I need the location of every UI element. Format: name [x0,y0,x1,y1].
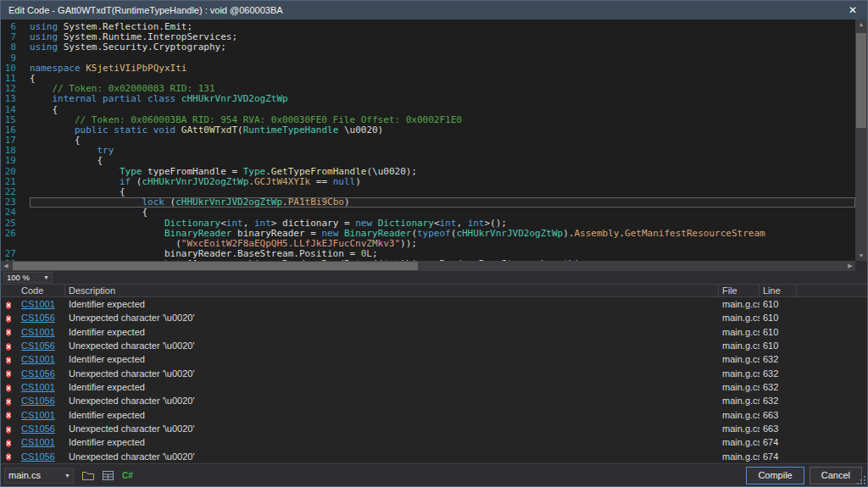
error-code-link[interactable]: CS1056 [21,423,65,434]
line-number: 19 [1,156,30,166]
bottom-toolbar: main.cs ▼ C# Compile Cancel [1,463,867,486]
chevron-down-icon: ▼ [62,473,73,479]
error-description: Unexpected character '\u0020' [65,451,719,462]
error-code-link[interactable]: CS1056 [21,368,65,379]
line-number: 13 [1,94,30,104]
zoom-level-value: 100 % [7,273,43,282]
error-circle-icon: ✕ [6,440,11,447]
title-bar[interactable]: Edit Code - GAtt0WTxdT(RuntimeTypeHandle… [1,1,867,19]
editor-horizontal-scrollbar[interactable]: ◀ ▶ [1,261,867,271]
error-circle-icon: ✕ [6,302,11,309]
column-header-description[interactable]: Description [65,285,719,296]
code-line: 21if (cHHUkrVnrJVD2ogZtWp.GCJtW4XYIk == … [1,177,855,187]
code-line-text: using System.Security.Cryptography; [30,42,855,53]
error-circle-icon: ✕ [6,453,11,461]
column-header-code[interactable]: Code [1,285,65,296]
error-row[interactable]: ✕CS1001Identifier expectedmain.g.cs663 [1,408,867,422]
error-line: 610 [760,313,797,323]
error-row[interactable]: ✕CS1056Unexpected character '\u0020'main… [1,450,867,463]
error-row[interactable]: ✕CS1001Identifier expectedmain.g.cs610 [1,297,867,311]
code-line: 23lock (cHHUkrVnrJVD2ogZtWp.PA1tBi9Cbo) [1,197,855,208]
code-line-text: namespace K5jetiVIiPbPQyxIti [30,64,855,74]
error-code-link[interactable]: CS1001 [21,299,65,309]
file-selector-value: main.cs [5,470,62,480]
error-code-link[interactable]: CS1001 [21,354,65,364]
error-code-link[interactable]: CS1056 [21,451,65,462]
scroll-left-icon[interactable]: ◀ [1,261,11,271]
close-icon[interactable]: ✕ [843,2,862,19]
zoom-level-dropdown[interactable]: 100 % ▼ [3,272,53,283]
line-number: 24 [1,208,30,218]
line-number: 20 [1,167,30,177]
error-code-link[interactable]: CS1001 [21,410,65,420]
error-row[interactable]: ✕CS1001Identifier expectedmain.g.cs632 [1,380,867,394]
error-file: main.g.cs [719,382,760,392]
cancel-button[interactable]: Cancel [810,467,862,484]
editor-vertical-scrollbar[interactable]: ▲ ▼ [855,19,867,261]
error-line: 610 [760,327,797,337]
error-row[interactable]: ✕CS1056Unexpected character '\u0020'main… [1,367,867,380]
csharp-file-icon[interactable]: C# [122,468,133,484]
error-row[interactable]: ✕CS1001Identifier expectedmain.g.cs674 [1,435,867,449]
error-description: Identifier expected [65,382,719,392]
code-line-text: BinaryReader binaryReader = new BinaryRe… [30,229,855,239]
error-description: Identifier expected [65,354,719,364]
horizontal-scroll-thumb[interactable] [13,262,418,270]
open-folder-icon[interactable] [82,468,94,484]
error-line: 632 [760,368,797,379]
code-line: 26BinaryReader binaryReader = new Binary… [1,229,855,239]
error-line: 610 [760,299,797,309]
code-line-text: lock (cHHUkrVnrJVD2ogZtWp.PA1tBi9Cbo) [30,197,855,208]
line-number: 26 [1,229,30,239]
error-file: main.g.cs [719,327,760,337]
error-line: 632 [760,382,797,392]
error-description: Unexpected character '\u0020' [65,396,719,406]
error-row[interactable]: ✕CS1056Unexpected character '\u0020'main… [1,311,867,324]
error-description: Identifier expected [65,410,719,420]
error-file: main.g.cs [719,423,760,434]
error-circle-icon: ✕ [6,329,11,336]
error-circle-icon: ✕ [6,398,11,406]
error-row[interactable]: ✕CS1056Unexpected character '\u0020'main… [1,339,867,352]
code-line-text: internal partial class cHHUkrVnrJVD2ogZt… [30,94,855,104]
error-circle-icon: ✕ [6,426,11,434]
error-code-link[interactable]: CS1001 [21,382,65,392]
error-line: 674 [760,437,797,447]
error-code-link[interactable]: CS1056 [21,313,65,323]
column-header-file[interactable]: File [719,285,760,296]
vertical-scroll-thumb[interactable] [856,33,866,128]
error-list[interactable]: ✕CS1001Identifier expectedmain.g.cs610✕C… [1,297,867,463]
code-line-text: binaryReader.BaseStream.Position = 0L; [30,249,855,259]
error-code-link[interactable]: CS1056 [21,340,65,351]
assembly-table-icon[interactable] [103,468,114,484]
error-file: main.g.cs [719,340,760,351]
error-circle-icon: ✕ [6,315,11,323]
error-description: Identifier expected [65,437,719,447]
compile-button[interactable]: Compile [746,467,804,484]
error-description: Unexpected character '\u0020' [65,313,719,323]
window-title: Edit Code - GAtt0WTxdT(RuntimeTypeHandle… [8,5,843,15]
scroll-down-icon[interactable]: ▼ [855,251,867,261]
error-row[interactable]: ✕CS1001Identifier expectedmain.g.cs632 [1,352,867,366]
error-file: main.g.cs [719,437,760,447]
error-file: main.g.cs [719,368,760,379]
error-description: Identifier expected [65,327,719,337]
code-text-area[interactable]: 6using System.Reflection.Emit;7using Sys… [1,22,855,261]
error-row[interactable]: ✕CS1001Identifier expectedmain.g.cs610 [1,325,867,339]
error-code-link[interactable]: CS1056 [21,396,65,406]
error-row[interactable]: ✕CS1056Unexpected character '\u0020'main… [1,394,867,407]
resize-grip[interactable] [857,476,865,484]
scroll-up-icon[interactable]: ▲ [855,19,867,30]
error-circle-icon: ✕ [6,357,11,364]
line-number: 9 [1,53,30,64]
error-row[interactable]: ✕CS1056Unexpected character '\u0020'main… [1,422,867,435]
file-selector-dropdown[interactable]: main.cs ▼ [4,468,74,484]
error-code-link[interactable]: CS1001 [21,327,65,337]
error-file: main.g.cs [719,410,760,420]
error-code-link[interactable]: CS1001 [21,437,65,447]
code-editor[interactable]: 6using System.Reflection.Emit;7using Sys… [1,19,867,261]
code-line-text: if (cHHUkrVnrJVD2ogZtWp.GCJtW4XYIk == nu… [30,177,855,187]
column-header-line[interactable]: Line [760,285,797,296]
scroll-right-icon[interactable]: ▶ [845,261,855,271]
error-line: 674 [760,451,797,462]
